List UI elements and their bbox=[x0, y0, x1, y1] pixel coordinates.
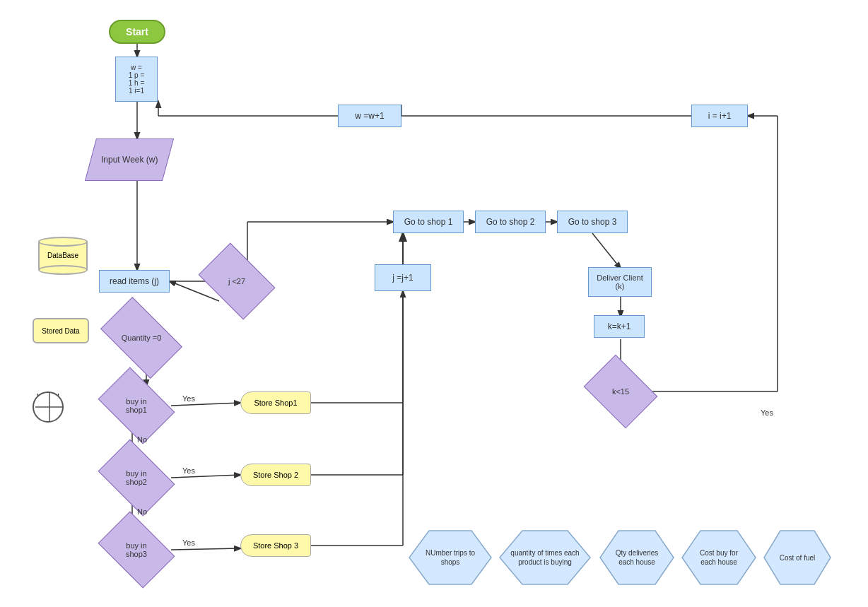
logical-or-node: LogicalOr bbox=[37, 391, 59, 408]
i-update-box: i = i+1 bbox=[691, 105, 748, 127]
svg-line-28 bbox=[171, 475, 240, 478]
flowchart-diagram: Start w = 1 p = 1 h = 1 i=1 w =w+1 i = i… bbox=[0, 0, 868, 607]
hex-2: quantity of times eachproduct is buying bbox=[499, 530, 591, 585]
hex-5-label: Cost of fuel bbox=[777, 550, 819, 565]
store-shop3-label: Store Shop 3 bbox=[253, 541, 298, 550]
svg-line-30 bbox=[171, 548, 240, 550]
j-cond-diamond: j <27 bbox=[205, 259, 269, 304]
store-shop2-label: Store Shop 2 bbox=[253, 471, 298, 479]
deliver-client-box: Deliver Client (k) bbox=[588, 267, 652, 297]
go-shop3-box: Go to shop 3 bbox=[557, 211, 628, 233]
hex-2-label: quantity of times eachproduct is buying bbox=[508, 546, 582, 570]
logical-or-svg bbox=[34, 391, 62, 423]
stored-data-node: Stored Data bbox=[33, 318, 89, 343]
k-update-label: k=k+1 bbox=[608, 322, 631, 331]
database-node: DataBase bbox=[38, 232, 88, 280]
buy-shop2-diamond: buy in shop2 bbox=[105, 455, 168, 500]
buy-shop3-diamond: buy in shop3 bbox=[105, 527, 168, 572]
init-box: w = 1 p = 1 h = 1 i=1 bbox=[115, 57, 158, 102]
go-shop2-label: Go to shop 2 bbox=[486, 217, 535, 227]
store-shop3: Store Shop 3 bbox=[240, 534, 311, 557]
database-label: DataBase bbox=[47, 252, 78, 259]
svg-line-8 bbox=[592, 233, 621, 269]
no-label-2: No bbox=[137, 507, 147, 516]
store-shop2: Store Shop 2 bbox=[240, 464, 311, 486]
go-shop1-box: Go to shop 1 bbox=[393, 211, 464, 233]
hex-4: Cost buy foreach house bbox=[681, 530, 756, 585]
buy-shop1-diamond: buy in shop1 bbox=[105, 383, 168, 428]
buy-shop1-label: buy in shop1 bbox=[126, 397, 147, 414]
init-label: w = 1 p = 1 h = 1 i=1 bbox=[129, 64, 145, 95]
yes-label-3: Yes bbox=[182, 538, 195, 547]
buy-shop3-label: buy in shop3 bbox=[126, 541, 147, 558]
logical-or-circle bbox=[33, 391, 64, 423]
j-update-label: j =j+1 bbox=[392, 273, 413, 283]
yes-label-4: Yes bbox=[761, 408, 773, 417]
j-update-box: j =j+1 bbox=[375, 264, 431, 291]
w-update-label: w =w+1 bbox=[355, 111, 384, 121]
store-shop1-label: Store Shop1 bbox=[254, 399, 297, 407]
hex-4-label: Cost buy foreach house bbox=[697, 546, 741, 570]
hex-5: Cost of fuel bbox=[763, 530, 831, 585]
quantity-diamond: Quantity =0 bbox=[106, 315, 177, 360]
svg-line-26 bbox=[171, 403, 240, 406]
go-shop2-box: Go to shop 2 bbox=[475, 211, 546, 233]
w-update-box: w =w+1 bbox=[338, 105, 401, 127]
buy-shop2-label: buy in shop2 bbox=[126, 469, 147, 486]
hex-1: NUmber trips toshops bbox=[409, 530, 492, 585]
read-items-box: read items (j) bbox=[99, 270, 170, 293]
go-shop3-label: Go to shop 3 bbox=[568, 217, 617, 227]
yes-label-1: Yes bbox=[182, 394, 195, 403]
go-shop1-label: Go to shop 1 bbox=[404, 217, 453, 227]
stored-data-label: Stored Data bbox=[42, 327, 79, 335]
no-label-1: No bbox=[137, 435, 147, 444]
input-week-node: Input Week (w) bbox=[85, 139, 174, 181]
input-week-label: Input Week (w) bbox=[101, 155, 158, 165]
yes-label-2: Yes bbox=[182, 466, 195, 475]
store-shop1: Store Shop1 bbox=[240, 391, 311, 414]
deliver-client-label: Deliver Client (k) bbox=[597, 273, 643, 290]
start-label: Start bbox=[126, 26, 148, 37]
hex-3: Qty deliverieseach house bbox=[599, 530, 674, 585]
j-cond-label: j <27 bbox=[228, 277, 245, 285]
hex-3-label: Qty deliverieseach house bbox=[613, 546, 662, 570]
quantity-label: Quantity =0 bbox=[122, 334, 162, 342]
k-cond-label: k<15 bbox=[612, 387, 629, 396]
start-node: Start bbox=[109, 20, 165, 44]
read-items-label: read items (j) bbox=[110, 276, 159, 286]
k-update-box: k=k+1 bbox=[594, 315, 645, 338]
hex-1-label: NUmber trips toshops bbox=[423, 546, 478, 570]
k-cond-diamond: k<15 bbox=[591, 369, 650, 414]
i-update-label: i = i+1 bbox=[708, 111, 732, 121]
